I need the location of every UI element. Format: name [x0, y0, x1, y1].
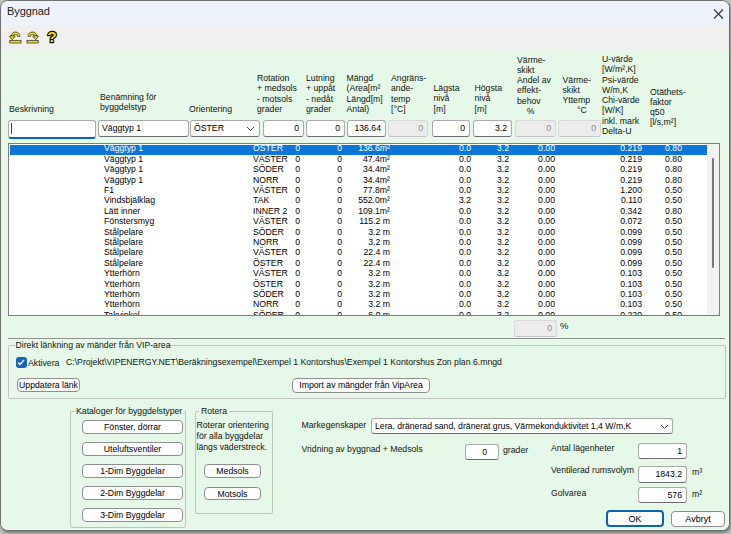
svg-text:?: ? — [47, 29, 56, 45]
